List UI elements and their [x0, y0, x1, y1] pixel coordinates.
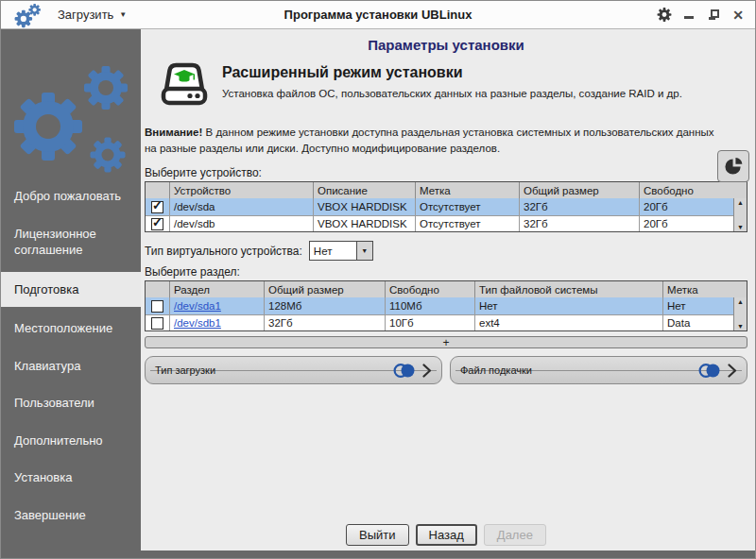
column-header[interactable]: Общий размер — [520, 182, 640, 198]
sidebar-item-additional[interactable]: Дополнительно — [1, 425, 141, 457]
sidebar: Добро пожаловать Лицензионное соглашение… — [1, 29, 141, 551]
device-table-row[interactable]: ✓ /dev/sdb VBOX HARDDISK Отсутствует 32Г… — [146, 215, 733, 232]
device-desc-cell: VBOX HARDDISK — [314, 216, 416, 232]
sidebar-item-label: Местоположение — [14, 321, 112, 335]
minimize-icon — [684, 16, 694, 19]
device-checkbox[interactable]: ✓ — [146, 198, 170, 215]
toggle-icon[interactable] — [697, 363, 722, 379]
next-button: Далее — [484, 524, 546, 546]
partition-link[interactable]: /dev/sda1 — [174, 300, 221, 312]
device-label-cell: Отсутствует — [416, 216, 520, 232]
sidebar-item-finish[interactable]: Завершение — [1, 500, 141, 532]
sidebar-item-keyboard[interactable]: Клавиатура — [1, 350, 141, 382]
column-header[interactable]: Метка — [663, 281, 747, 297]
load-menu-button[interactable]: Загрузить ▼ — [58, 8, 127, 22]
maximize-button[interactable] — [706, 8, 721, 23]
mode-title: Расширенный режим установки — [222, 64, 682, 81]
partition-table-scrollbar[interactable]: ▲ ▼ — [733, 297, 747, 330]
sidebar-item-installation[interactable]: Установка — [1, 462, 141, 494]
device-table-row[interactable]: ✓ /dev/sda VBOX HARDDISK Отсутствует 32Г… — [146, 198, 733, 215]
partition-chart-button[interactable] — [717, 150, 749, 182]
sidebar-item-license[interactable]: Лицензионное соглашение — [1, 218, 141, 266]
partition-section-label: Выберите раздел: — [145, 265, 747, 279]
boot-type-expander[interactable]: Тип загрузки — [145, 356, 442, 384]
sidebar-item-location[interactable]: Местоположение — [1, 313, 141, 345]
virtual-device-select[interactable]: Нет ▼ — [309, 241, 373, 261]
chevron-right-icon[interactable] — [422, 364, 432, 378]
sidebar-gears-icon — [1, 29, 141, 180]
sidebar-item-preparation[interactable]: Подготовка — [1, 272, 141, 308]
chevron-down-icon: ▼ — [119, 10, 127, 19]
partition-label-cell: Нет — [663, 297, 733, 314]
sidebar-item-label: Пользователи — [14, 396, 94, 410]
device-section-label: Выберите устройство: — [145, 166, 747, 179]
bottom-border-strip — [1, 551, 755, 558]
harddisk-icon — [158, 60, 211, 113]
partition-checkbox[interactable] — [146, 315, 170, 331]
sidebar-item-label: Добро пожаловать — [14, 189, 121, 203]
minimize-button[interactable] — [681, 8, 696, 23]
column-header[interactable]: Свободно — [640, 182, 747, 198]
partition-table-header: Раздел Общий размер Свободно Тип файлово… — [146, 281, 747, 297]
column-header[interactable]: Общий размер — [265, 281, 386, 297]
column-header[interactable]: Раздел — [170, 281, 265, 297]
back-button[interactable]: Назад — [416, 524, 477, 546]
pie-chart-icon — [724, 157, 744, 177]
device-size-cell: 32Гб — [520, 216, 640, 232]
sidebar-item-label: Завершение — [14, 508, 86, 522]
partition-fs-cell: Нет — [475, 297, 663, 314]
partition-size-cell: 128Мб — [265, 297, 386, 314]
partition-checkbox[interactable] — [146, 297, 170, 314]
device-free-cell: 20Гб — [640, 216, 733, 232]
settings-gear-button[interactable] — [657, 8, 672, 23]
add-partition-button[interactable]: + — [145, 336, 747, 348]
close-icon: ✕ — [732, 8, 744, 22]
device-size-cell: 32Гб — [520, 198, 640, 215]
column-header[interactable]: Описание — [314, 182, 416, 198]
partition-table-row[interactable]: /dev/sda1 128Мб 110Мб Нет Нет — [146, 297, 733, 314]
partition-fs-cell: ext4 — [475, 315, 663, 331]
mode-description: Установка файлов ОС, пользовательских да… — [222, 88, 682, 99]
column-header[interactable]: Устройство — [170, 182, 314, 198]
sidebar-item-label: Лицензионное соглашение — [14, 227, 96, 258]
sidebar-item-label: Дополнительно — [14, 433, 103, 448]
boot-type-label: Тип загрузки — [155, 364, 215, 376]
partition-size-cell: 32Гб — [265, 315, 386, 331]
toggle-icon[interactable] — [392, 363, 417, 379]
device-name-cell: /dev/sdb — [170, 216, 314, 232]
device-desc-cell: VBOX HARDDISK — [314, 198, 416, 215]
maximize-icon — [711, 9, 719, 18]
sidebar-item-welcome[interactable]: Добро пожаловать — [1, 180, 141, 212]
exit-button[interactable]: Выйти — [346, 524, 409, 546]
device-checkbox[interactable]: ✓ — [146, 216, 170, 232]
virtual-device-value: Нет — [310, 242, 356, 260]
column-header[interactable]: Тип файловой системы — [475, 281, 663, 297]
scroll-down-icon[interactable]: ▼ — [737, 323, 744, 330]
swap-file-expander[interactable]: Файл подкачки — [450, 356, 747, 384]
partition-label-cell: Data — [663, 315, 733, 331]
scroll-up-icon[interactable]: ▲ — [737, 199, 744, 206]
device-name-cell: /dev/sda — [170, 198, 314, 215]
close-button[interactable]: ✕ — [730, 8, 746, 23]
partition-link[interactable]: /dev/sdb1 — [174, 317, 221, 329]
chevron-right-icon[interactable] — [728, 364, 737, 378]
scroll-up-icon[interactable]: ▲ — [737, 298, 744, 305]
device-table-scrollbar[interactable]: ▲ ▼ — [733, 198, 747, 231]
column-header[interactable]: Свободно — [386, 281, 475, 297]
partition-table-row[interactable]: /dev/sdb1 32Гб 10Гб ext4 Data — [146, 314, 733, 331]
sidebar-item-users[interactable]: Пользователи — [1, 387, 141, 419]
combo-dropdown-button[interactable]: ▼ — [356, 242, 372, 260]
column-header[interactable]: Метка — [416, 182, 520, 198]
app-logo-gears-icon — [14, 3, 43, 27]
sidebar-item-label: Установка — [14, 470, 72, 484]
scroll-down-icon[interactable]: ▼ — [737, 224, 744, 230]
device-label-cell: Отсутствует — [416, 198, 520, 215]
load-menu-label: Загрузить — [58, 8, 113, 22]
virtual-device-label: Тип виртуального устройства: — [145, 245, 302, 258]
device-table-header: Устройство Описание Метка Общий размер С… — [146, 182, 747, 198]
titlebar: Загрузить ▼ Программа установки UBLinux — [1, 1, 755, 29]
warning-text: Внимание! В данном режиме установки дост… — [145, 125, 719, 156]
partition-free-cell: 10Гб — [386, 315, 475, 331]
sidebar-item-label: Подготовка — [14, 282, 78, 296]
chevron-down-icon: ▼ — [361, 247, 368, 254]
